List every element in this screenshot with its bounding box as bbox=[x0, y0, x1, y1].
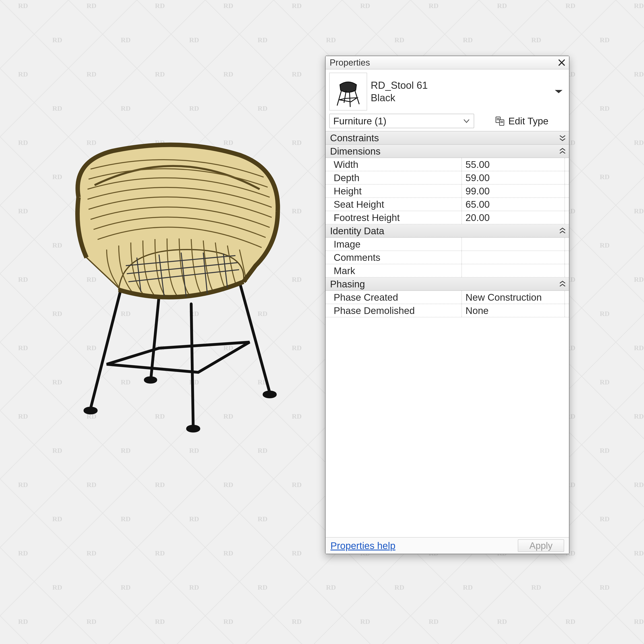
edit-type-icon bbox=[495, 116, 505, 126]
property-row: Image bbox=[326, 238, 569, 251]
collapse-icon bbox=[559, 227, 566, 234]
edit-type-button[interactable]: Edit Type bbox=[478, 114, 565, 128]
property-name: Depth bbox=[326, 171, 462, 184]
panel-title: Properties bbox=[330, 58, 557, 68]
type-labels: RD_Stool 61 Black bbox=[371, 79, 548, 104]
property-row: Phase CreatedNew Construction bbox=[326, 291, 569, 304]
type-dropdown-icon[interactable] bbox=[552, 89, 565, 94]
section-header-identity-data[interactable]: Identity Data bbox=[326, 224, 569, 238]
section-title: Phasing bbox=[330, 279, 559, 290]
property-name: Footrest Height bbox=[326, 211, 462, 224]
section-header-dimensions[interactable]: Dimensions bbox=[326, 145, 569, 158]
property-name: Image bbox=[326, 238, 462, 251]
property-value[interactable] bbox=[462, 264, 565, 277]
section-title: Dimensions bbox=[330, 146, 559, 157]
property-value[interactable]: None bbox=[462, 304, 565, 317]
property-name: Seat Height bbox=[326, 198, 462, 211]
property-name: Height bbox=[326, 185, 462, 197]
property-row: Height99.00 bbox=[326, 185, 569, 198]
properties-help-link[interactable]: Properties help bbox=[330, 540, 395, 551]
category-filter-label: Furniture (1) bbox=[333, 116, 463, 127]
svg-line-6 bbox=[91, 290, 121, 409]
chevron-down-icon bbox=[463, 117, 470, 125]
collapse-icon bbox=[559, 280, 566, 288]
property-grid: ConstraintsDimensionsWidth55.00Depth59.0… bbox=[326, 131, 569, 317]
property-row: Depth59.00 bbox=[326, 171, 569, 185]
property-row: Seat Height65.00 bbox=[326, 198, 569, 211]
model-viewport[interactable] bbox=[46, 137, 308, 435]
panel-titlebar[interactable]: Properties bbox=[326, 56, 569, 69]
panel-footer: Properties help Apply bbox=[326, 537, 569, 554]
property-value[interactable]: 20.00 bbox=[462, 211, 565, 224]
svg-point-13 bbox=[145, 378, 156, 382]
property-value[interactable]: 99.00 bbox=[462, 185, 565, 197]
property-row: Footrest Height20.00 bbox=[326, 211, 569, 224]
property-row: Width55.00 bbox=[326, 158, 569, 171]
property-name: Mark bbox=[326, 264, 462, 277]
svg-line-7 bbox=[239, 282, 270, 392]
property-name: Comments bbox=[326, 251, 462, 264]
svg-point-12 bbox=[188, 426, 199, 431]
properties-panel: Properties RD_Stool 61 Black bbox=[325, 56, 570, 554]
property-name: Phase Created bbox=[326, 291, 462, 304]
type-thumbnail bbox=[329, 73, 367, 110]
svg-line-8 bbox=[191, 304, 193, 427]
section-title: Identity Data bbox=[330, 225, 559, 236]
section-title: Constraints bbox=[330, 132, 559, 143]
svg-line-24 bbox=[350, 92, 350, 106]
apply-button[interactable]: Apply bbox=[518, 539, 564, 552]
family-name: RD_Stool 61 bbox=[371, 79, 548, 92]
property-row: Phase DemolishedNone bbox=[326, 304, 569, 317]
edit-type-label: Edit Type bbox=[508, 116, 548, 127]
svg-point-11 bbox=[264, 392, 275, 397]
expand-icon bbox=[559, 134, 566, 141]
type-name: Black bbox=[371, 92, 548, 104]
property-name: Width bbox=[326, 158, 462, 171]
property-value[interactable] bbox=[462, 251, 565, 264]
section-header-constraints[interactable]: Constraints bbox=[326, 131, 569, 145]
property-name: Phase Demolished bbox=[326, 304, 462, 317]
property-row: Comments bbox=[326, 251, 569, 264]
svg-point-10 bbox=[85, 408, 96, 413]
property-row: Mark bbox=[326, 264, 569, 278]
section-header-phasing[interactable]: Phasing bbox=[326, 278, 569, 291]
property-value[interactable]: 65.00 bbox=[462, 198, 565, 211]
collapse-icon bbox=[559, 148, 566, 155]
close-icon[interactable] bbox=[557, 58, 566, 67]
property-value[interactable]: New Construction bbox=[462, 291, 565, 304]
property-value[interactable] bbox=[462, 238, 565, 251]
property-value[interactable]: 55.00 bbox=[462, 158, 565, 171]
category-filter-select[interactable]: Furniture (1) bbox=[329, 114, 474, 128]
type-selector[interactable]: RD_Stool 61 Black bbox=[326, 69, 569, 114]
property-value[interactable]: 59.00 bbox=[462, 171, 565, 184]
svg-line-22 bbox=[337, 91, 341, 105]
